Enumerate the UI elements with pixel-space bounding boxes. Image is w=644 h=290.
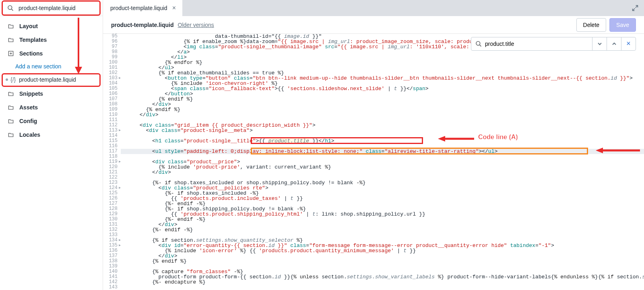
tab-active[interactable]: product-template.liquid × (103, 0, 182, 16)
sidebar-item-sections[interactable]: Sections (0, 47, 103, 60)
sidebar-item-label: Locales (19, 132, 40, 138)
code-line[interactable]: {% include 'icon-error' %} {{ 'products.… (121, 248, 644, 253)
search-icon (7, 5, 14, 11)
code-line[interactable]: <h1 class="product-single__title">{{ pro… (121, 138, 644, 144)
folder-icon (7, 132, 14, 138)
sidebar-item-locales[interactable]: Locales (0, 128, 103, 142)
folder-icon (7, 51, 14, 56)
search-icon (475, 41, 482, 47)
file-header: product-template.liquid Older versions D… (103, 16, 644, 34)
sidebar-item-snippets[interactable]: Snippets (0, 87, 103, 101)
tab-strip: product-template.liquid × (103, 0, 644, 16)
sidebar-item-label: Templates (19, 37, 47, 43)
sidebar: LayoutTemplatesSectionsAdd a new section… (0, 0, 103, 290)
tab-close-icon[interactable]: × (172, 4, 176, 12)
folder-icon (7, 37, 14, 43)
file-name: product-template.liquid (111, 22, 174, 28)
code-line[interactable]: {% endif %} (121, 97, 644, 102)
code-line[interactable]: </div> (121, 253, 644, 259)
search-prev-button[interactable] (607, 37, 621, 50)
folder-icon (7, 105, 14, 110)
code-line[interactable]: <div class="product-single__meta"> (121, 128, 644, 133)
code-line[interactable]: {%- endif -%} (121, 217, 644, 222)
sidebar-item-layout[interactable]: Layout (0, 19, 103, 33)
editor-search-input[interactable] (485, 41, 588, 47)
editor-search: × (471, 37, 636, 51)
code-line[interactable]: </div> (121, 170, 644, 175)
code-line[interactable]: {% endfor %} (121, 60, 644, 65)
code-line[interactable]: {% endif %} (121, 259, 644, 264)
sidebar-item-config[interactable]: Config (0, 114, 103, 128)
search-close-button[interactable]: × (621, 37, 636, 50)
sidebar-search-input[interactable] (19, 5, 97, 11)
expand-icon (632, 5, 638, 11)
tab-label: product-template.liquid (110, 5, 167, 11)
expand-button[interactable] (630, 2, 641, 14)
file-label: product-template.liquid (19, 76, 76, 83)
folder-icon (7, 23, 14, 29)
code-line[interactable]: <ul style="padding-left: 0;display: inli… (121, 149, 644, 154)
code-editor[interactable]: 9596979899100101102103▸10410510610710810… (103, 34, 644, 290)
code-area[interactable]: data-thumbnail-id="{{ image.id }}" {% if… (121, 34, 644, 290)
svg-line-7 (636, 6, 638, 8)
code-line[interactable]: </div> (121, 222, 644, 227)
folder-icon (7, 118, 14, 124)
svg-line-10 (479, 45, 481, 46)
code-line[interactable]: </div> (121, 112, 644, 117)
gutter: 9596979899100101102103▸10410510610710810… (103, 34, 121, 290)
sidebar-file[interactable]: {/}product-template.liquid (0, 72, 103, 87)
save-button[interactable]: Save (609, 18, 636, 32)
sidebar-item-label: Assets (19, 104, 38, 111)
header-actions: Delete Save (576, 18, 636, 32)
sidebar-item-templates[interactable]: Templates (0, 33, 103, 47)
svg-line-8 (633, 8, 635, 11)
sidebar-item-label: Snippets (19, 90, 43, 97)
sidebar-item-label: Layout (19, 23, 38, 29)
code-line[interactable]: </button> (121, 91, 644, 97)
folder-icon (7, 91, 14, 97)
code-line[interactable]: <span class="icon__fallback-text">{{ 'se… (121, 86, 644, 91)
chevron-down-icon (597, 41, 602, 46)
sidebar-search (0, 0, 103, 16)
older-versions-link[interactable]: Older versions (178, 22, 214, 28)
sidebar-item-label: Config (19, 118, 37, 124)
code-line[interactable]: {%- endcapture %} (121, 280, 644, 285)
code-line[interactable]: </div> (121, 102, 644, 107)
sidebar-item-assets[interactable]: Assets (0, 101, 103, 114)
svg-line-1 (11, 9, 13, 10)
delete-button[interactable]: Delete (576, 18, 606, 32)
code-line[interactable]: {%- endif -%} (121, 227, 644, 232)
svg-point-9 (476, 41, 480, 45)
sidebar-nav: LayoutTemplatesSectionsAdd a new section… (0, 16, 103, 142)
chevron-up-icon (612, 41, 617, 46)
add-section-link[interactable]: Add a new section (0, 60, 103, 72)
sidebar-item-label: Sections (19, 50, 43, 57)
code-line[interactable]: {% endif %} (121, 107, 644, 112)
liquid-file-icon: {/} (10, 76, 16, 83)
modified-dot-icon (6, 78, 8, 81)
code-line[interactable]: {% include 'product-price', variant: cur… (121, 165, 644, 170)
svg-point-0 (8, 6, 12, 10)
search-next-button[interactable] (592, 37, 607, 50)
code-line[interactable] (121, 285, 644, 290)
